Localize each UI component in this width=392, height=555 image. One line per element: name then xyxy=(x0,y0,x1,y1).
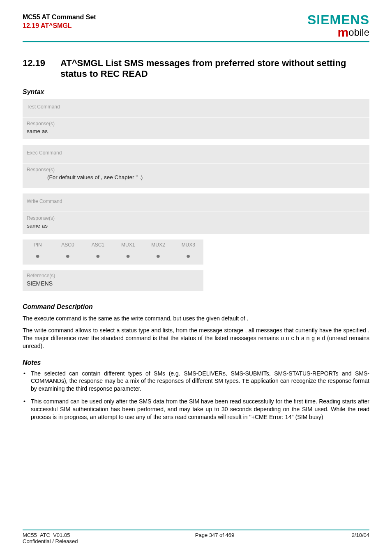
write-response-label: Response(s) xyxy=(23,212,369,223)
command-description-p2: The write command allows to select a sta… xyxy=(23,327,369,350)
doc-subtitle: 12.19 AT^SMGL xyxy=(23,22,96,30)
note-item: This command can be used only after the … xyxy=(23,398,369,421)
write-command-label: Write Command xyxy=(23,193,369,212)
test-command-label: Test Command xyxy=(23,99,369,117)
command-description-p1: The execute command is the same as the w… xyxy=(23,315,369,322)
exec-command-label: Exec Command xyxy=(23,145,369,163)
test-response-box: Response(s) same as xyxy=(23,117,369,139)
footer-rule xyxy=(23,530,369,530)
compat-dot: ● xyxy=(83,250,113,265)
write-command-box: Write Command xyxy=(23,193,369,212)
compat-dot: ● xyxy=(113,250,143,265)
compat-dot: ● xyxy=(173,250,203,265)
test-response-text: same as xyxy=(23,128,369,139)
compat-col-asc0: ASC0 xyxy=(53,240,83,250)
test-command-box: Test Command xyxy=(23,99,369,117)
footer-version: MC55_ATC_V01.05 xyxy=(23,532,78,538)
reference-label: Reference(s) xyxy=(23,270,203,280)
footer-left: MC55_ATC_V01.05 Confidential / Released xyxy=(23,532,78,544)
exec-command-box: Exec Command xyxy=(23,145,369,163)
footer-page: Page 347 of 469 xyxy=(195,532,234,544)
section-heading: 12.19 AT^SMGL List SMS messages from pre… xyxy=(23,58,369,79)
compat-col-mux2: MUX2 xyxy=(143,240,173,250)
doc-header-left: MC55 AT Command Set 12.19 AT^SMGL xyxy=(23,13,96,30)
compat-dot: ● xyxy=(143,250,173,265)
compat-dot: ● xyxy=(23,250,53,265)
compat-dot-row: ● ● ● ● ● ● xyxy=(23,250,203,265)
compat-col-pin: PIN xyxy=(23,240,53,250)
exec-response-label: Response(s) xyxy=(23,164,369,174)
section-title-text: AT^SMGL List SMS messages from preferred… xyxy=(60,58,369,79)
command-description-heading: Command Description xyxy=(23,303,369,311)
exec-response-box: Response(s) (For default values of , see… xyxy=(23,164,369,188)
doc-title: MC55 AT Command Set xyxy=(23,13,96,22)
test-response-label: Response(s) xyxy=(23,117,369,128)
write-response-box: Response(s) same as xyxy=(23,212,369,234)
note-item: The selected can contain different types… xyxy=(23,370,369,393)
exec-response-line: (For default values of , see Chapter " .… xyxy=(23,174,369,188)
compat-header-row: PIN ASC0 ASC1 MUX1 MUX2 MUX3 xyxy=(23,240,203,250)
write-response-text: same as xyxy=(23,223,369,234)
section-number: 12.19 xyxy=(23,58,60,79)
notes-heading: Notes xyxy=(23,359,369,366)
header-rule xyxy=(23,41,369,42)
compat-dot: ● xyxy=(53,250,83,265)
syntax-heading: Syntax xyxy=(23,88,369,96)
notes-list: The selected can contain different types… xyxy=(23,370,369,421)
compat-col-asc1: ASC1 xyxy=(83,240,113,250)
footer-date: 2/10/04 xyxy=(352,532,369,544)
logo: SIEMENS mobile xyxy=(307,13,369,39)
compat-col-mux3: MUX3 xyxy=(173,240,203,250)
logo-siemens: SIEMENS xyxy=(307,13,369,26)
compat-col-mux1: MUX1 xyxy=(113,240,143,250)
logo-mobile: mobile xyxy=(307,26,369,39)
footer-status: Confidential / Released xyxy=(23,538,78,544)
reference-value: SIEMENS xyxy=(23,280,203,291)
